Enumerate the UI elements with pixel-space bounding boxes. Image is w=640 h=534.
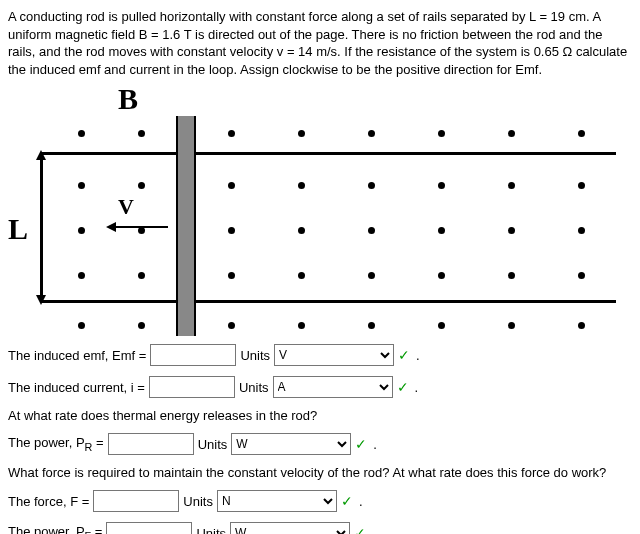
field-dot	[368, 130, 375, 137]
check-icon: ✓	[354, 525, 366, 534]
pf-input[interactable]	[106, 522, 192, 534]
period: .	[373, 437, 377, 452]
force-units-select[interactable]: N	[217, 490, 337, 512]
field-dot	[578, 227, 585, 234]
field-dot	[138, 272, 145, 279]
rod	[176, 116, 196, 336]
field-dot	[298, 182, 305, 189]
field-dot	[298, 272, 305, 279]
field-dot	[298, 227, 305, 234]
check-icon: ✓	[398, 347, 410, 363]
field-dot	[438, 182, 445, 189]
field-dot	[438, 227, 445, 234]
units-label: Units	[239, 380, 269, 395]
pf-row: The power, PF = Units W ✓.	[8, 522, 632, 534]
pr-row: The power, PR = Units W ✓.	[8, 433, 632, 455]
emf-label: The induced emf, Emf =	[8, 348, 146, 363]
v-label: V	[118, 194, 134, 220]
pr-units-select[interactable]: W	[231, 433, 351, 455]
check-icon: ✓	[355, 436, 367, 452]
field-dot	[368, 322, 375, 329]
field-dot	[78, 130, 85, 137]
period: .	[372, 526, 376, 534]
field-dot	[368, 182, 375, 189]
field-dot	[578, 322, 585, 329]
force-row: The force, F = Units N ✓.	[8, 490, 632, 512]
field-dot	[228, 130, 235, 137]
period: .	[415, 380, 419, 395]
pr-label: The power, PR =	[8, 435, 104, 453]
field-dot	[228, 272, 235, 279]
field-dot	[78, 227, 85, 234]
field-dot	[508, 182, 515, 189]
field-dot	[508, 322, 515, 329]
field-dot	[138, 130, 145, 137]
field-dot	[368, 272, 375, 279]
rail-left	[40, 152, 43, 303]
pf-label: The power, PF =	[8, 524, 102, 534]
emf-input[interactable]	[150, 344, 236, 366]
units-label: Units	[196, 526, 226, 534]
units-label: Units	[183, 494, 213, 509]
field-dot	[298, 130, 305, 137]
check-icon: ✓	[397, 379, 409, 395]
field-dot	[438, 272, 445, 279]
field-dot	[508, 227, 515, 234]
field-dot	[578, 130, 585, 137]
current-units-select[interactable]: A	[273, 376, 393, 398]
emf-row: The induced emf, Emf = Units V ✓.	[8, 344, 632, 366]
rail-bottom	[40, 300, 616, 303]
field-dot	[78, 272, 85, 279]
field-dot	[138, 322, 145, 329]
field-dot	[508, 130, 515, 137]
field-dot	[368, 227, 375, 234]
units-label: Units	[240, 348, 270, 363]
force-label: The force, F =	[8, 494, 89, 509]
field-dot	[438, 130, 445, 137]
field-dot	[578, 272, 585, 279]
field-dot	[508, 272, 515, 279]
force-input[interactable]	[93, 490, 179, 512]
period: .	[416, 348, 420, 363]
current-row: The induced current, i = Units A ✓.	[8, 376, 632, 398]
thermal-question: At what rate does thermal energy release…	[8, 408, 632, 423]
current-input[interactable]	[149, 376, 235, 398]
field-dot	[78, 322, 85, 329]
force-question: What force is required to maintain the c…	[8, 465, 632, 480]
field-dot	[78, 182, 85, 189]
field-dot	[438, 322, 445, 329]
field-dot	[578, 182, 585, 189]
field-dot	[228, 227, 235, 234]
pr-input[interactable]	[108, 433, 194, 455]
emf-units-select[interactable]: V	[274, 344, 394, 366]
current-label: The induced current, i =	[8, 380, 145, 395]
field-dot	[138, 182, 145, 189]
check-icon: ✓	[341, 493, 353, 509]
field-dot	[138, 227, 145, 234]
units-label: Units	[198, 437, 228, 452]
field-dot	[228, 322, 235, 329]
field-dot	[228, 182, 235, 189]
l-label: L	[8, 212, 28, 246]
period: .	[359, 494, 363, 509]
field-dot	[298, 322, 305, 329]
problem-statement: A conducting rod is pulled horizontally …	[8, 8, 632, 78]
diagram: B L V	[8, 82, 616, 332]
rail-top	[40, 152, 616, 155]
b-label: B	[118, 82, 138, 116]
pf-units-select[interactable]: W	[230, 522, 350, 534]
